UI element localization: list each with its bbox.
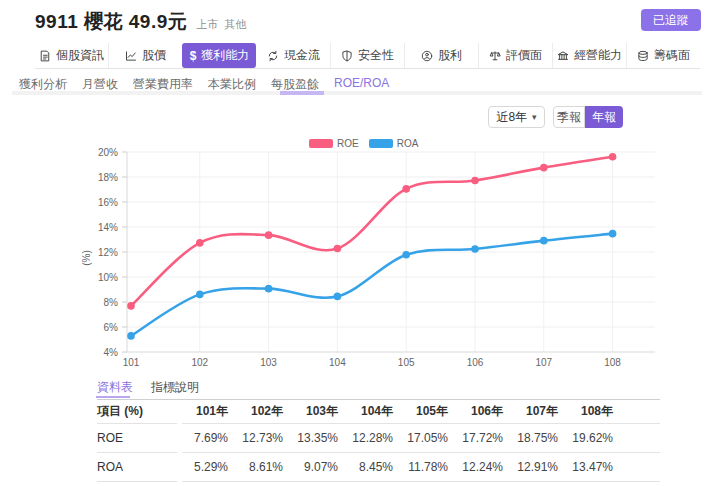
tab-stock-price[interactable]: 股價 — [108, 43, 182, 68]
profitability-subnav: 獲利分析 月營收 營業費用率 本業比例 每股盈餘 ROE/ROA — [12, 74, 702, 105]
svg-text:102: 102 — [191, 357, 208, 368]
table-cell: 9.07% — [283, 460, 338, 474]
table-cell: 12.73% — [228, 431, 283, 445]
stock-chart-icon — [125, 50, 137, 62]
nav-tab-label: 股利 — [438, 47, 462, 64]
header-cell: 101年 — [182, 403, 228, 420]
nav-tab-label: 現金流 — [284, 47, 320, 64]
subnav-active-underline — [280, 91, 324, 95]
table-cell: 19.62% — [558, 431, 613, 445]
follow-button[interactable]: 已追蹤 — [641, 9, 701, 31]
nav-tab-label: 經營能力 — [574, 47, 622, 64]
table-cell: 7.69% — [182, 431, 228, 445]
svg-text:4%: 4% — [104, 347, 119, 358]
page-title: 9911 櫻花 49.9元 上市其他 — [35, 9, 252, 35]
svg-text:106: 106 — [467, 357, 484, 368]
table-cell: 13.35% — [283, 431, 338, 445]
table-row-roa: ROA 5.29% 8.61% 9.07% 8.45% 11.78% 12.24… — [97, 453, 660, 482]
header-cell: 107年 — [503, 403, 558, 420]
svg-text:12%: 12% — [98, 247, 118, 258]
main-nav: 個股資訊 股價 $ 獲利能力 現金流 安全性 股利 評價面 — [35, 43, 700, 69]
tab-valuation[interactable]: 評價面 — [478, 43, 552, 68]
roe-roa-line-chart: 4%6%8%10%12%14%16%18%20%1011021031041051… — [60, 140, 680, 376]
table-cell: 12.91% — [503, 460, 558, 474]
valuation-icon — [489, 50, 501, 62]
tab-stock-info[interactable]: 個股資訊 — [35, 43, 108, 68]
dividend-icon — [421, 50, 433, 62]
nav-tab-label: 評價面 — [506, 47, 542, 64]
header-cell: 108年 — [558, 403, 613, 420]
header-cell: 104年 — [338, 403, 393, 420]
management-icon — [557, 50, 569, 62]
table-cell: 8.45% — [338, 460, 393, 474]
quarterly-button[interactable]: 季報 — [553, 106, 585, 128]
svg-text:101: 101 — [123, 357, 140, 368]
header-cell: 106年 — [448, 403, 503, 420]
dollar-icon: $ — [190, 49, 197, 63]
tab-safety[interactable]: 安全性 — [330, 43, 404, 68]
table-cell: 8.61% — [228, 460, 283, 474]
shield-icon — [341, 50, 353, 62]
table-cell: 5.29% — [182, 460, 228, 474]
row-label: ROE — [97, 424, 177, 453]
tab-chips[interactable]: 籌碼面 — [626, 43, 700, 68]
market-label: 上市 — [196, 18, 218, 30]
table-cell: 12.28% — [338, 431, 393, 445]
header-cell: 102年 — [228, 403, 283, 420]
cashflow-icon — [267, 50, 279, 62]
svg-text:14%: 14% — [98, 222, 118, 233]
table-cell: 12.24% — [448, 460, 503, 474]
nav-tab-label: 安全性 — [358, 47, 394, 64]
table-row-roe: ROE 7.69% 12.73% 13.35% 12.28% 17.05% 17… — [97, 424, 660, 453]
tab-cash-flow[interactable]: 現金流 — [256, 43, 330, 68]
nav-tab-label: 股價 — [142, 47, 166, 64]
svg-text:107: 107 — [535, 357, 552, 368]
table-cell: 18.75% — [503, 431, 558, 445]
table-cell: 11.78% — [393, 460, 448, 474]
chips-icon — [637, 50, 649, 62]
nav-tab-label: 個股資訊 — [56, 47, 104, 64]
table-cell: 17.72% — [448, 431, 503, 445]
chevron-down-icon: ▾ — [532, 112, 537, 122]
table-tabs: 資料表 指標說明 — [97, 379, 660, 400]
svg-text:(%): (%) — [81, 250, 92, 266]
data-table: 項目 (%) 101年 102年 103年 104年 105年 106年 107… — [97, 400, 660, 482]
svg-text:20%: 20% — [98, 147, 118, 158]
stock-title: 9911 櫻花 49.9元 — [35, 9, 187, 35]
table-tab-active-underline — [96, 396, 130, 398]
range-select[interactable]: 近8年 ▾ — [488, 106, 545, 128]
tab-profitability[interactable]: $ 獲利能力 — [182, 43, 256, 68]
tab-dividend[interactable]: 股利 — [404, 43, 478, 68]
svg-text:16%: 16% — [98, 197, 118, 208]
svg-text:103: 103 — [260, 357, 277, 368]
table-header-row: 項目 (%) 101年 102年 103年 104年 105年 106年 107… — [97, 400, 660, 424]
svg-text:105: 105 — [398, 357, 415, 368]
header-cell: 105年 — [393, 403, 448, 420]
range-select-value: 近8年 — [496, 109, 527, 126]
period-toggle: 季報 年報 — [553, 106, 623, 128]
nav-tab-label: 籌碼面 — [654, 47, 690, 64]
subnav-divider — [12, 91, 702, 95]
tab-indicator-description[interactable]: 指標說明 — [151, 379, 199, 399]
row-label: ROA — [97, 453, 177, 482]
svg-text:8%: 8% — [104, 297, 119, 308]
svg-text:6%: 6% — [104, 322, 119, 333]
header-cell: 103年 — [283, 403, 338, 420]
table-cell: 17.05% — [393, 431, 448, 445]
svg-text:18%: 18% — [98, 172, 118, 183]
nav-tab-label: 獲利能力 — [201, 47, 249, 64]
svg-text:104: 104 — [329, 357, 346, 368]
svg-text:108: 108 — [604, 357, 621, 368]
table-cell: 13.47% — [558, 460, 613, 474]
document-icon — [39, 50, 51, 62]
annual-button[interactable]: 年報 — [585, 106, 623, 128]
stock-meta: 上市其他 — [196, 17, 252, 32]
industry-label: 其他 — [224, 18, 246, 30]
svg-text:10%: 10% — [98, 272, 118, 283]
header-cell: 項目 (%) — [97, 400, 177, 424]
tab-management[interactable]: 經營能力 — [552, 43, 626, 68]
